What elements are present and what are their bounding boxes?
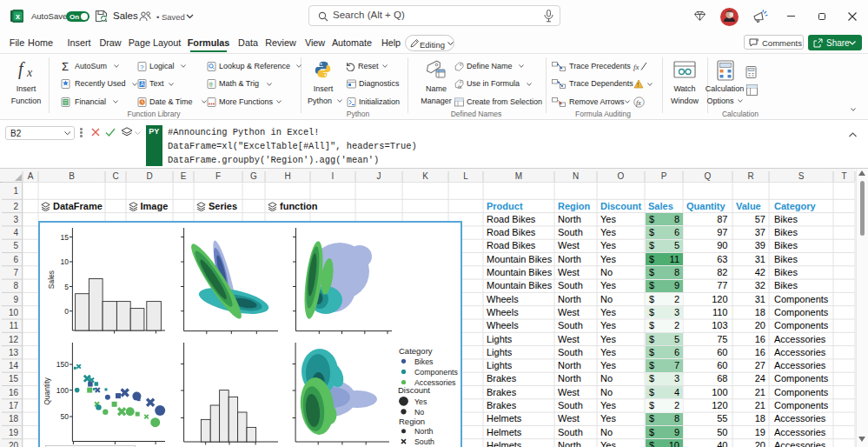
svg-text:150: 150 [56,360,69,369]
svg-text:50: 50 [61,412,70,421]
svg-text:5: 5 [64,283,69,291]
svg-text:Bikes: Bikes [414,357,434,366]
svg-text:No: No [414,408,424,417]
svg-text:Sales: Sales [47,270,56,289]
svg-text:South: South [414,437,434,446]
svg-text:Region: Region [399,417,425,426]
svg-text:Category: Category [399,346,433,356]
svg-text:North: North [414,427,434,436]
svg-text:Quantity: Quantity [43,377,51,404]
svg-text:100: 100 [56,386,69,395]
svg-text:A: A [141,81,145,87]
svg-text:fx: fx [458,84,462,90]
svg-text:Yes: Yes [414,397,427,406]
svg-text:?: ? [140,63,144,70]
svg-text:Components: Components [414,368,458,377]
svg-text:10: 10 [61,257,70,266]
svg-text:fx: fx [633,63,639,71]
svg-text:Discount: Discount [398,385,430,395]
svg-text:θ: θ [209,81,213,89]
svg-text:0: 0 [64,307,69,316]
svg-text:x: x [26,66,33,79]
svg-text:15: 15 [61,233,70,242]
svg-text:!: ! [637,82,639,88]
svg-text:f: f [18,59,25,79]
svg-text:fx: fx [636,99,641,107]
svg-text:Σ: Σ [62,60,69,72]
svg-text:x: x [16,12,20,21]
